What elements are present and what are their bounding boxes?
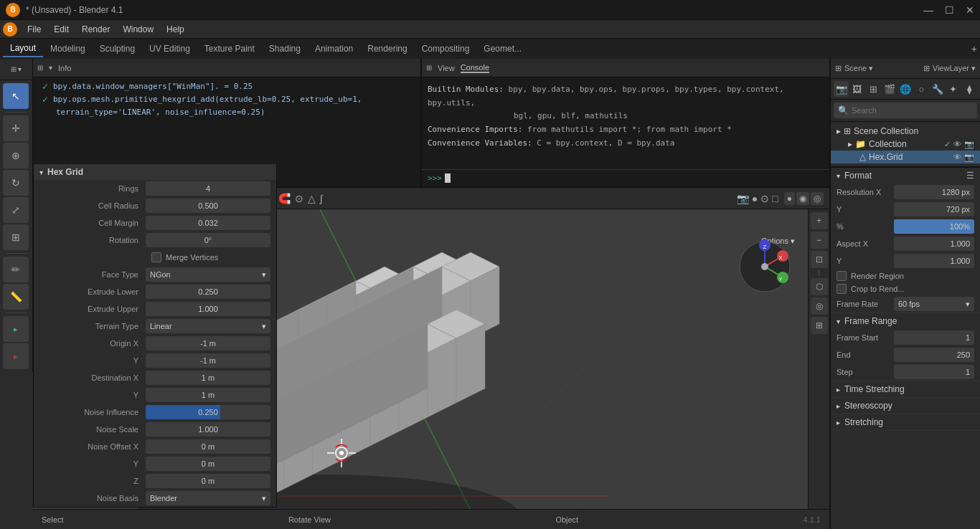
tab-modeling[interactable]: Modeling: [43, 41, 93, 57]
menu-file[interactable]: File: [22, 23, 47, 36]
frame-end-value[interactable]: 250: [894, 348, 974, 362]
add-workspace-button[interactable]: +: [971, 43, 977, 54]
op-origin-y-value[interactable]: -1 m: [146, 353, 270, 368]
menu-render[interactable]: Render: [76, 23, 116, 36]
proportional-edit-icon[interactable]: ⊙: [293, 191, 305, 206]
op-terrain-type-dropdown[interactable]: Linear ▾: [146, 319, 270, 333]
tab-compositing[interactable]: Compositing: [415, 41, 477, 57]
view-layer-dropdown[interactable]: ViewLayer ▾: [933, 64, 976, 73]
op-rotation-value[interactable]: 0°: [146, 233, 270, 247]
format-header[interactable]: ▾ Format ☰: [831, 168, 980, 184]
console-console-tab[interactable]: Console: [461, 63, 489, 73]
op-noise-influence-value[interactable]: 0.250: [146, 405, 270, 419]
tab-uv-editing[interactable]: UV Editing: [142, 41, 197, 57]
tool-transform[interactable]: ⊞: [3, 224, 29, 250]
format-list-icon[interactable]: ☰: [966, 171, 974, 181]
render-region-checkbox[interactable]: [837, 271, 847, 281]
menu-help[interactable]: Help: [161, 23, 190, 36]
tool-subtract[interactable]: ▸: [3, 343, 29, 369]
stereoscopy-header[interactable]: ▸ Stereoscopy: [831, 398, 980, 414]
menu-edit[interactable]: Edit: [48, 23, 75, 36]
solid-shading[interactable]: ●: [784, 192, 795, 205]
local-view-icon[interactable]: ◎: [811, 297, 828, 315]
xray-icon[interactable]: □: [772, 193, 778, 204]
tool-add[interactable]: ▸: [3, 316, 29, 342]
render-output-icon-btn[interactable]: 🖼: [849, 81, 864, 97]
scene-dropdown[interactable]: Scene ▾: [844, 64, 873, 73]
close-button[interactable]: ✕: [966, 4, 974, 16]
op-extrude-upper-value[interactable]: 1.000: [146, 302, 270, 316]
material-shading[interactable]: ◉: [796, 192, 809, 205]
perspective-icon[interactable]: ⬡: [811, 278, 828, 295]
op-dest-x-value[interactable]: 1 m: [146, 371, 270, 385]
hexgrid-eye-icon[interactable]: 👁: [953, 153, 961, 162]
tab-animation[interactable]: Animation: [308, 41, 360, 57]
right-search-box[interactable]: 🔍: [834, 103, 977, 118]
collection-check-icon[interactable]: ✓: [944, 140, 951, 149]
tree-hex-grid[interactable]: △ Hex.Grid 👁 📷: [831, 151, 980, 163]
scene-icon-btn[interactable]: 🎬: [882, 81, 897, 97]
resolution-pct-value[interactable]: 100%: [894, 219, 974, 234]
op-noise-offset-x-value[interactable]: 0 m: [146, 439, 270, 454]
console-view-tab[interactable]: View: [438, 64, 455, 72]
hexgrid-camera-icon[interactable]: 📷: [964, 153, 974, 162]
resolution-x-value[interactable]: 1280 px: [894, 185, 974, 199]
op-merge-vertices-checkbox[interactable]: [151, 252, 161, 262]
rendered-shading[interactable]: ◎: [811, 192, 824, 205]
snap-icon[interactable]: △: [306, 191, 317, 206]
op-noise-basis-dropdown[interactable]: Blender ▾: [146, 491, 270, 505]
right-search-input[interactable]: [852, 106, 973, 115]
zoom-fit-icon[interactable]: ⊡: [811, 251, 828, 268]
op-cell-radius-value[interactable]: 0.500: [146, 199, 270, 213]
collection-camera-icon[interactable]: 📷: [964, 140, 974, 149]
tab-shading[interactable]: Shading: [262, 41, 308, 57]
modifier-icon-btn[interactable]: 🔧: [930, 81, 945, 97]
tab-sculpting[interactable]: Sculpting: [93, 41, 142, 57]
tree-scene-collection[interactable]: ▸ ⊞ Scene Collection: [831, 125, 980, 138]
tool-measure[interactable]: 📏: [3, 284, 29, 310]
frame-range-header[interactable]: ▾ Frame Range: [831, 313, 980, 329]
tool-scale[interactable]: ⤢: [3, 197, 29, 223]
maximize-button[interactable]: ☐: [945, 4, 954, 16]
stretching-header[interactable]: ▸ Stretching: [831, 414, 980, 430]
operator-panel-header[interactable]: ▾ Hex Grid: [34, 164, 276, 180]
frame-rate-select[interactable]: 60 fps ▾: [894, 297, 974, 311]
menu-window[interactable]: Window: [117, 23, 159, 36]
collection-eye-icon[interactable]: 👁: [953, 140, 961, 149]
curve-icon[interactable]: ∫: [319, 191, 324, 206]
aspect-y-value[interactable]: 1.000: [894, 254, 974, 268]
tab-layout[interactable]: Layout: [3, 40, 43, 57]
op-face-type-dropdown[interactable]: NGon ▾: [146, 267, 270, 282]
tool-select[interactable]: ↖: [3, 83, 29, 109]
titlebar-controls[interactable]: — ☐ ✕: [923, 4, 974, 16]
tree-collection[interactable]: ▸ 📁 Collection ✓ 👁 📷: [831, 138, 980, 151]
obj-props-icon-btn[interactable]: ○: [914, 81, 929, 97]
tool-annotate[interactable]: ✏: [3, 257, 29, 282]
physics-icon-btn[interactable]: ⧫: [962, 81, 977, 97]
op-rings-value[interactable]: 4: [146, 181, 270, 196]
tab-rendering[interactable]: Rendering: [360, 41, 414, 57]
particles-icon-btn[interactable]: ✦: [946, 81, 961, 97]
frame-start-value[interactable]: 1: [894, 330, 974, 345]
op-noise-scale-value[interactable]: 1.000: [146, 422, 270, 437]
render-overlay-icon[interactable]: ⊞: [811, 317, 828, 334]
op-cell-margin-value[interactable]: 0.032: [146, 216, 270, 230]
tool-move[interactable]: ⊕: [3, 143, 29, 168]
op-origin-x-value[interactable]: -1 m: [146, 336, 270, 351]
op-dest-y-value[interactable]: 1 m: [146, 388, 270, 402]
overlay-icon[interactable]: ⊙: [760, 193, 769, 204]
tool-rotate[interactable]: ↻: [3, 170, 29, 196]
op-extrude-lower-value[interactable]: 0.250: [146, 285, 270, 299]
op-noise-offset-z-value[interactable]: 0 m: [146, 474, 270, 488]
crop-render-checkbox[interactable]: [837, 284, 847, 294]
shading-solid-icon[interactable]: ●: [752, 193, 758, 204]
tab-texture-paint[interactable]: Texture Paint: [197, 41, 262, 57]
op-noise-offset-y-value[interactable]: 0 m: [146, 457, 270, 471]
aspect-x-value[interactable]: 1.000: [894, 237, 974, 251]
world-icon-btn[interactable]: 🌐: [897, 81, 913, 97]
time-stretching-header[interactable]: ▸ Time Stretching: [831, 381, 980, 397]
nav-gizmo[interactable]: X Y Z: [736, 238, 793, 295]
render-icon-btn[interactable]: 📷: [834, 81, 849, 97]
resolution-y-value[interactable]: 720 px: [894, 202, 974, 216]
view-icon-btn[interactable]: ⊞: [866, 81, 881, 97]
